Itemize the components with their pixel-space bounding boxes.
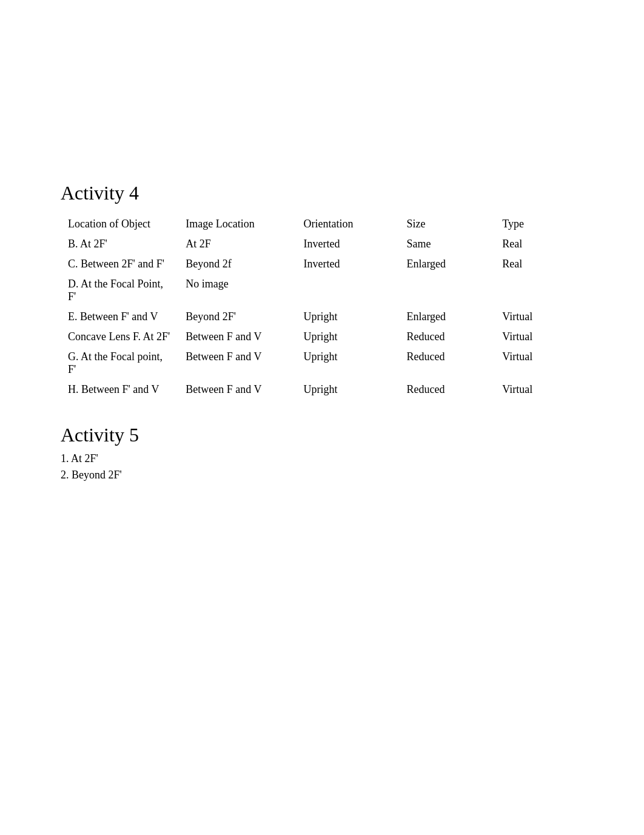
cell-object: B. At 2F' <box>61 234 178 254</box>
table-row: D. At the Focal Point, F'No image <box>61 274 583 307</box>
cell-size: Enlarged <box>399 307 495 327</box>
cell-object: Concave Lens F. At 2F' <box>61 327 178 347</box>
cell-size: Reduced <box>399 327 495 347</box>
cell-size: Reduced <box>399 347 495 380</box>
cell-orientation: Inverted <box>297 254 400 274</box>
col-header-size: Size <box>399 214 495 234</box>
cell-image: Beyond 2f <box>178 254 296 274</box>
cell-image: No image <box>178 274 296 307</box>
cell-image: Between F and V <box>178 347 296 380</box>
col-header-type: Type <box>495 214 583 234</box>
cell-image: Beyond 2F' <box>178 307 296 327</box>
table-row: G. At the Focal point, F'Between F and V… <box>61 347 583 380</box>
cell-size: Enlarged <box>399 254 495 274</box>
cell-size: Reduced <box>399 380 495 400</box>
activity5-item: 1. At 2F' <box>61 452 583 465</box>
cell-size <box>399 274 495 307</box>
cell-object: E. Between F' and V <box>61 307 178 327</box>
cell-type <box>495 274 583 307</box>
cell-object: H. Between F' and V <box>61 380 178 400</box>
cell-type: Virtual <box>495 380 583 400</box>
cell-type: Real <box>495 234 583 254</box>
cell-type: Virtual <box>495 307 583 327</box>
cell-type: Virtual <box>495 347 583 380</box>
table-row: E. Between F' and VBeyond 2F'UprightEnla… <box>61 307 583 327</box>
cell-orientation <box>297 274 400 307</box>
col-header-object: Location of Object <box>61 214 178 234</box>
cell-object: C. Between 2F' and F' <box>61 254 178 274</box>
activity4-table-wrapper: Location of Object Image Location Orient… <box>61 214 583 400</box>
cell-image: Between F and V <box>178 327 296 347</box>
activity5-title: Activity 5 <box>61 424 583 446</box>
cell-orientation: Upright <box>297 347 400 380</box>
table-row: B. At 2F'At 2FInvertedSameReal <box>61 234 583 254</box>
activity4-table: Location of Object Image Location Orient… <box>61 214 583 400</box>
cell-orientation: Upright <box>297 380 400 400</box>
activity5-section: Activity 5 1. At 2F'2. Beyond 2F' <box>61 424 583 481</box>
activity4-title: Activity 4 <box>61 182 583 204</box>
cell-type: Virtual <box>495 327 583 347</box>
activity5-item: 2. Beyond 2F' <box>61 469 583 481</box>
cell-orientation: Upright <box>297 327 400 347</box>
cell-type: Real <box>495 254 583 274</box>
table-row: Concave Lens F. At 2F'Between F and VUpr… <box>61 327 583 347</box>
col-header-orientation: Orientation <box>297 214 400 234</box>
cell-image: At 2F <box>178 234 296 254</box>
cell-orientation: Inverted <box>297 234 400 254</box>
cell-orientation: Upright <box>297 307 400 327</box>
table-row: C. Between 2F' and F'Beyond 2fInvertedEn… <box>61 254 583 274</box>
cell-size: Same <box>399 234 495 254</box>
cell-object: D. At the Focal Point, F' <box>61 274 178 307</box>
table-row: H. Between F' and VBetween F and VUprigh… <box>61 380 583 400</box>
cell-image: Between F and V <box>178 380 296 400</box>
cell-object: G. At the Focal point, F' <box>61 347 178 380</box>
col-header-image: Image Location <box>178 214 296 234</box>
